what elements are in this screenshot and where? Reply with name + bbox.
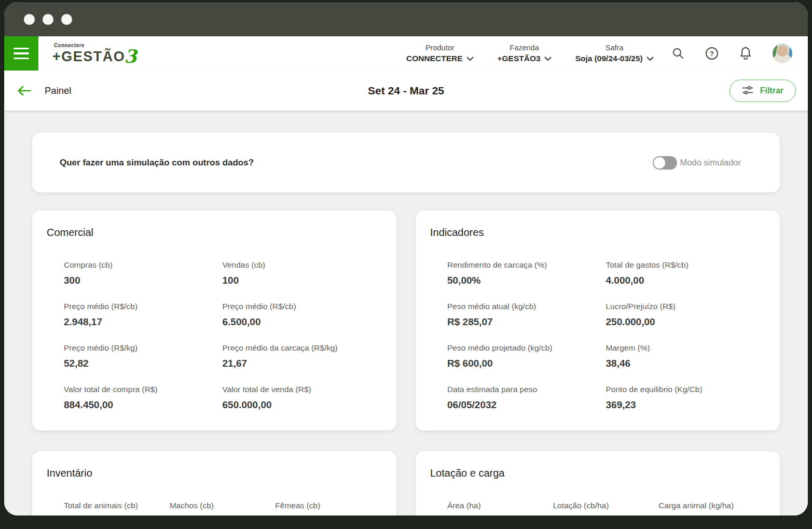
- user-avatar[interactable]: [773, 44, 792, 63]
- back-arrow-icon: [17, 86, 31, 96]
- app-window: Connectere +GESTÃO 3 Produtor CONNECTERE…: [4, 2, 808, 516]
- metric-label: Machos (cb): [170, 501, 276, 510]
- metric-label: Preço médio (R$/cb): [223, 302, 381, 311]
- inventario-card-title: Inventário: [47, 467, 381, 479]
- metric-preco-medio-compra-cb: Preço médio (R$/cb) 2.948,17: [64, 302, 223, 328]
- notifications-button[interactable]: [739, 47, 752, 60]
- metric-femeas: Fêmeas (cb) 18: [275, 501, 381, 516]
- safra-dropdown[interactable]: Safra Soja (09/24-03/25): [575, 44, 654, 63]
- metric-label: Data estimada para peso: [447, 385, 606, 394]
- metric-label: Peso médio projetado (kg/cb): [447, 343, 606, 353]
- metric-label: Preço médio (R$/cb): [64, 302, 223, 311]
- metric-ponto-equilibrio: Ponto de equilibrio (Kg/Cb) 369,23: [606, 385, 765, 411]
- simulator-toggle[interactable]: [653, 156, 677, 170]
- metric-label: Fêmeas (cb): [275, 501, 381, 510]
- fazenda-dropdown[interactable]: Fazenda +GESTÃO3: [498, 44, 552, 63]
- metric-value: 50,00%: [447, 275, 606, 286]
- logo-digit-3: 3: [124, 49, 136, 64]
- metric-rendimento-carcaca: Rendimento de carcaça (%) 50,00%: [447, 260, 606, 286]
- metric-label: Valor total de compra (R$): [64, 385, 223, 394]
- metric-label: Valor total de venda (R$): [223, 385, 381, 394]
- search-icon: [672, 47, 684, 60]
- lotacao-carga-card: Lotação e carga Área (ha) 475,45 Lotação…: [416, 451, 780, 516]
- metric-label: Carga animal (kg/ha): [658, 501, 764, 510]
- app-logo: Connectere +GESTÃO 3: [52, 43, 137, 64]
- metric-label: Área (ha): [447, 501, 553, 510]
- metric-valor-total-venda: Valor total de venda (R$) 650.000,00: [223, 385, 381, 411]
- metric-value: 06/05/2032: [447, 399, 606, 411]
- filter-button[interactable]: Filtrar: [730, 79, 796, 102]
- svg-text:?: ?: [710, 50, 714, 58]
- lotacao-carga-card-title: Lotação e carga: [430, 467, 764, 479]
- metric-compras: Compras (cb) 300: [64, 260, 223, 286]
- metric-label: Total de gastos (R$/cb): [606, 260, 765, 270]
- comercial-card: Comercial Compras (cb) 300 Vendas (cb) 1…: [32, 211, 396, 430]
- metric-value: 21,67: [223, 358, 381, 369]
- metric-peso-medio-projetado: Peso médio projetado (kg/cb) R$ 600,00: [447, 343, 606, 369]
- metric-label: Ponto de equilibrio (Kg/Cb): [606, 385, 765, 394]
- window-dot-1[interactable]: [24, 14, 35, 25]
- metric-value: 52,82: [64, 358, 223, 369]
- metric-value: 2.948,17: [64, 316, 223, 328]
- hamburger-menu-button[interactable]: [4, 36, 38, 71]
- metric-preco-medio-kg: Preço médio (R$/kg) 52,82: [64, 343, 223, 369]
- produtor-dropdown[interactable]: Produtor CONNECTERE: [406, 44, 474, 63]
- metric-vendas: Vendas (cb) 100: [223, 260, 381, 286]
- metric-total-gastos: Total de gastos (R$/cb) 4.000,00: [606, 260, 765, 286]
- metric-carga-animal: Carga animal (kg/ha) 348,36: [658, 501, 764, 516]
- metric-value: R$ 600,00: [447, 358, 606, 369]
- metric-total-animais: Total de animais (cb) 581: [64, 501, 170, 516]
- safra-dropdown-label: Safra: [605, 44, 624, 52]
- metric-lotacao: Lotação (cb/ha) 1,22: [553, 501, 659, 516]
- metric-preco-medio-venda-cb: Preço médio (R$/cb) 6.500,00: [223, 302, 381, 328]
- period-range: Set 24 - Mar 25: [4, 85, 808, 97]
- metric-peso-medio-atual: Peso médio atual (kg/cb) R$ 285,07: [447, 302, 606, 328]
- help-button[interactable]: ?: [705, 47, 719, 60]
- metric-label: Peso médio atual (kg/cb): [447, 302, 606, 311]
- metric-value: 100: [223, 275, 381, 286]
- metric-area: Área (ha) 475,45: [447, 501, 553, 516]
- metric-label: Compras (cb): [64, 260, 223, 270]
- metric-label: Total de animais (cb): [64, 501, 170, 510]
- metric-label: Lotação (cb/ha): [553, 501, 659, 510]
- produtor-dropdown-label: Produtor: [425, 44, 455, 52]
- metric-value: 884.450,00: [64, 399, 223, 411]
- metric-value: 250.000,00: [606, 316, 765, 328]
- safra-dropdown-value: Soja (09/24-03/25): [575, 54, 643, 63]
- page-header: Painel Set 24 - Mar 25 Filtrar: [4, 71, 808, 110]
- metric-label: Preço médio da carcaça (R$/kg): [223, 343, 381, 353]
- metric-valor-total-compra: Valor total de compra (R$) 884.450,00: [64, 385, 223, 411]
- chevron-down-icon: [646, 57, 654, 61]
- indicadores-card: Indicadores Rendimento de carcaça (%) 50…: [416, 211, 780, 430]
- logo-gestao-text: +GESTÃO: [52, 50, 125, 64]
- fazenda-dropdown-value: +GESTÃO3: [498, 54, 541, 63]
- metric-label: Vendas (cb): [223, 260, 381, 270]
- metric-data-estimada-peso: Data estimada para peso 06/05/2032: [447, 385, 606, 411]
- metric-value: 6.500,00: [223, 316, 381, 328]
- metric-machos: Machos (cb) 563: [170, 501, 276, 516]
- filter-button-label: Filtrar: [760, 86, 783, 95]
- window-dot-3[interactable]: [61, 14, 72, 25]
- back-button[interactable]: [17, 86, 31, 96]
- chevron-down-icon: [466, 57, 474, 61]
- search-button[interactable]: [672, 47, 684, 60]
- indicadores-card-title: Indicadores: [430, 227, 764, 239]
- hamburger-menu-icon: [13, 52, 29, 54]
- comercial-card-title: Comercial: [47, 227, 381, 239]
- metric-lucro-prejuizo: Lucro/Prejuízo (R$) 250.000,00: [606, 302, 765, 328]
- help-icon: ?: [705, 47, 719, 60]
- metric-label: Margem (%): [606, 343, 765, 353]
- metric-label: Lucro/Prejuízo (R$): [606, 302, 765, 311]
- produtor-dropdown-value: CONNECTERE: [406, 54, 463, 63]
- metric-value: 369,23: [606, 399, 765, 411]
- metric-value: 4.000,00: [606, 275, 765, 286]
- window-dot-2[interactable]: [43, 14, 53, 25]
- bell-icon: [739, 47, 752, 60]
- metric-label: Preço médio (R$/kg): [64, 343, 223, 353]
- metric-value: R$ 285,07: [447, 316, 606, 328]
- metric-value: 38,46: [606, 358, 765, 369]
- metric-margem: Margem (%) 38,46: [606, 343, 765, 369]
- simulator-toggle-label: Modo simulador: [680, 158, 741, 168]
- context-dropdowns: Produtor CONNECTERE Fazenda +GESTÃO3 Saf…: [406, 36, 654, 71]
- metric-value: 650.000,00: [223, 399, 381, 411]
